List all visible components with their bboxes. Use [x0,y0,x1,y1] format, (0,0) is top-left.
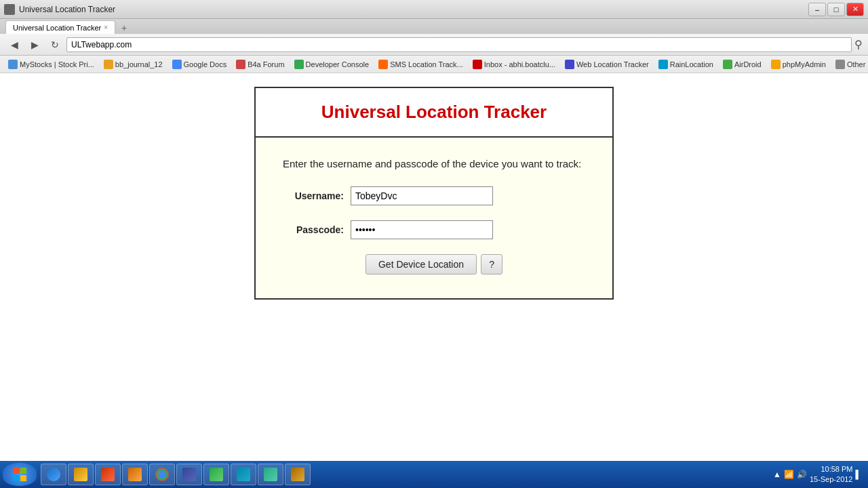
bookmark-label: SMS Location Track... [390,60,463,68]
bookmark-icon [104,60,113,69]
bookmark-label: Developer Console [306,60,370,68]
bookmark-item-mystocks[interactable]: MyStocks | Stock Pri... [4,58,98,70]
bookmark-label: Web Location Tracker [576,60,649,68]
bookmark-icon [565,60,574,69]
bookmark-label: Inbox - abhi.boatclu... [484,60,555,68]
bookmark-label: RainLocation [670,60,713,68]
maximize-button[interactable]: □ [827,3,845,16]
taskbar-app3[interactable] [258,464,283,485]
bookmark-item-inbox[interactable]: Inbox - abhi.boatclu... [469,58,559,70]
bookmark-item-bb[interactable]: bb_journal_12 [100,58,167,70]
bookmark-icon [771,60,781,69]
bookmark-icon [378,60,388,69]
clock-date: 15-Sep-2012 [810,474,853,485]
show-desktop-icon[interactable]: ▌ [855,470,861,479]
title-bar: Universal Location Tracker – □ ✕ [0,0,868,19]
bookmark-icon [658,60,668,69]
media-icon [101,468,115,481]
network-icon: 📶 [784,470,794,479]
windows-logo-icon [12,466,28,483]
bookmark-icon [236,60,245,69]
system-tray: ▲ 📶 🔊 10:58 PM 15-Sep-2012 ▌ [769,464,865,485]
svg-rect-3 [20,475,26,481]
new-tab-button[interactable]: + [118,22,130,34]
bookmark-label: phpMyAdmin [783,60,826,68]
bookmark-icon [473,60,482,69]
bookmark-icon [835,60,845,69]
title-bar-buttons: – □ ✕ [808,3,864,16]
mail-icon [128,468,142,481]
app3-icon [264,468,277,481]
forward-button[interactable]: ▶ [26,37,43,53]
bookmark-icon [172,60,182,69]
bookmark-label: AirDroid [734,60,762,68]
bookmark-item-b4a[interactable]: B4a Forum [232,58,288,70]
file-explorer-icon [74,468,87,481]
taskbar-app1[interactable] [203,464,229,485]
nav-bar: ◀ ▶ ↻ ⚲ [0,34,868,56]
bookmark-label: Google Docs [184,60,227,68]
tab-label: Universal Location Tracker [13,24,101,32]
bookmark-item-airdroid[interactable]: AirDroid [719,58,766,70]
tracker-card: Universal Location Tracker Enter the use… [254,87,614,300]
browser-tab[interactable]: Universal Location Tracker × [5,20,115,34]
form-description: Enter the username and passcode of the d… [283,158,585,169]
browser-icon [4,4,15,15]
passcode-label: Passcode: [283,224,344,235]
bookmark-icon [294,60,304,69]
address-bar[interactable] [66,37,852,52]
clock-time: 10:58 PM [810,464,853,474]
bookmark-item-phpmyadmin[interactable]: phpMyAdmin [767,58,830,70]
close-button[interactable]: ✕ [846,3,864,16]
bookmark-item-rain[interactable]: RainLocation [654,58,717,70]
card-body: Enter the username and passcode of the d… [256,138,612,298]
back-button[interactable]: ◀ [5,37,23,53]
button-row: Get Device Location ? [283,254,585,274]
browser-content: Universal Location Tracker Enter the use… [0,73,868,461]
volume-icon: 🔊 [797,470,807,479]
taskbar: ▲ 📶 🔊 10:58 PM 15-Sep-2012 ▌ [0,461,868,488]
bookmark-item-gdocs[interactable]: Google Docs [168,58,231,70]
bookmarks-bar: MyStocks | Stock Pri... bb_journal_12 Go… [0,56,868,73]
get-location-button[interactable]: Get Device Location [366,254,477,274]
help-button[interactable]: ? [481,254,502,274]
bookmark-item-web-tracker[interactable]: Web Location Tracker [561,58,653,70]
app2-icon [237,468,250,481]
username-label: Username: [283,190,344,201]
minimize-button[interactable]: – [808,3,826,16]
tab-strip: Universal Location Tracker × + [0,19,868,34]
taskbar-media[interactable] [95,464,121,485]
tab-close-button[interactable]: × [104,24,108,31]
taskbar-app4[interactable] [285,464,311,485]
chrome-icon [155,468,169,481]
taskbar-b4a[interactable] [176,464,202,485]
taskbar-ie[interactable] [41,464,66,485]
refresh-button[interactable]: ↻ [46,37,64,53]
bookmark-item-sms[interactable]: SMS Location Track... [374,58,467,70]
b4a-icon [182,468,196,481]
bookmark-label: MyStocks | Stock Pri... [20,60,94,68]
passcode-input[interactable] [351,220,493,239]
search-icon[interactable]: ⚲ [854,38,863,51]
svg-rect-2 [13,475,19,481]
bookmark-icon [723,60,732,69]
tray-arrow-icon[interactable]: ▲ [773,470,781,479]
bookmark-label: bb_journal_12 [115,60,163,68]
taskbar-file-explorer[interactable] [68,464,94,485]
taskbar-chrome[interactable] [149,464,175,485]
username-row: Username: [283,186,585,205]
ie-icon [47,468,60,481]
bookmark-item-other[interactable]: Other bookmarks [831,58,868,70]
system-clock: 10:58 PM 15-Sep-2012 [810,464,853,485]
bookmark-icon [8,60,18,69]
bookmark-item-devconsole[interactable]: Developer Console [290,58,374,70]
svg-rect-0 [13,468,19,474]
title-bar-text: Universal Location Tracker [19,5,808,14]
card-header: Universal Location Tracker [256,88,612,138]
svg-rect-1 [20,468,26,474]
taskbar-app2[interactable] [231,464,256,485]
bookmark-label: B4a Forum [248,60,284,68]
username-input[interactable] [351,186,493,205]
taskbar-mail[interactable] [122,464,148,485]
start-button[interactable] [3,463,37,486]
